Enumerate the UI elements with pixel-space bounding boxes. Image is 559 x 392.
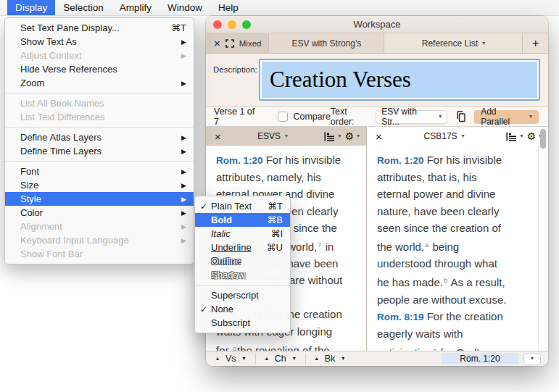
menu-item-set-text-pane-display[interactable]: Set Text Pane Display... ⌘T: [5, 21, 194, 35]
duplicate-pane-button[interactable]: [455, 111, 467, 122]
verse-text: For his invisible: [424, 154, 502, 166]
verse-text: anticipation: [377, 346, 432, 351]
menu-item-size[interactable]: Size ▶: [5, 178, 194, 192]
book-stepper-label: Bk: [325, 354, 336, 364]
menu-item-shortcut: ⌘T: [268, 201, 283, 212]
right-pane-text-selector[interactable]: CSB17S ▾: [382, 131, 507, 141]
tab-label: ESV with Strong’s: [292, 38, 362, 49]
context-list-icon: [506, 132, 517, 141]
menu-item-label: List All Book Names: [20, 98, 186, 109]
description-row: Description: Creation Verses: [206, 54, 548, 107]
text-order-value: ESV with Str...: [381, 107, 433, 127]
right-pane-verse-text[interactable]: Rom. 1:20 For his invisibleattributes, t…: [367, 146, 548, 351]
tab-esv-with-strongs[interactable]: ESV with Strong’s: [268, 33, 384, 53]
verse-text: seen since the creation of: [377, 222, 501, 234]
menu-item-define-time-layers[interactable]: Define Time Layers ▶: [5, 144, 194, 158]
text-order-select[interactable]: ESV with Str... ▾: [376, 110, 447, 124]
close-pane-icon[interactable]: ×: [376, 131, 382, 142]
menu-bar-item-display[interactable]: Display: [7, 0, 55, 15]
add-parallel-button[interactable]: Add Parallel ▾: [474, 110, 539, 124]
step-down-icon[interactable]: ▾: [341, 356, 344, 362]
menu-item-label: Show Font Bar: [20, 249, 186, 259]
reference-dropdown-button[interactable]: ▾: [523, 353, 541, 365]
book-stepper[interactable]: ▴ Bk ▾: [312, 354, 348, 364]
submenu-arrow-icon: ▶: [179, 168, 186, 175]
description-input[interactable]: Creation Verses: [259, 59, 540, 101]
reference-input[interactable]: Rom. 1:20: [442, 353, 518, 364]
menu-item-label: Hide Verse References: [20, 64, 186, 75]
menu-item-color[interactable]: Color ▶: [5, 206, 194, 220]
menu-item-show-text-as[interactable]: Show Text As ▶: [5, 35, 194, 49]
verse-text: people are without excuse.: [377, 293, 506, 306]
footnote-marker: 7: [318, 241, 321, 249]
menu-bar-item-help[interactable]: Help: [210, 0, 247, 15]
close-tab-icon[interactable]: ×: [214, 38, 220, 49]
compare-checkbox[interactable]: [278, 112, 288, 122]
verse-text: for God’s: [437, 346, 484, 351]
left-pane-text-selector[interactable]: ESVS ▾: [221, 131, 325, 141]
tab-reference-list[interactable]: Reference List ▾: [384, 33, 522, 53]
footnote-marker: b: [444, 276, 447, 284]
submenu-item-underline[interactable]: Underline ⌘U: [195, 241, 290, 254]
pane-title: CSB17S: [424, 131, 457, 141]
chapter-stepper[interactable]: ▴ Ch ▾: [262, 354, 299, 364]
expand-tab-icon[interactable]: [225, 39, 234, 48]
chevron-down-icon: ▾: [357, 133, 360, 139]
menu-item-style[interactable]: Style ▶: [5, 192, 194, 206]
close-window-button[interactable]: [213, 20, 222, 29]
right-text-pane: × CSB17S ▾ ▾: [367, 127, 548, 351]
menu-item-zoom[interactable]: Zoom ▶: [5, 76, 194, 90]
scrollbar-track: [538, 146, 539, 351]
submenu-item-bold[interactable]: Bold ⌘B: [195, 213, 290, 227]
step-down-icon[interactable]: ▾: [293, 356, 296, 362]
menu-bar-item-selection[interactable]: Selection: [55, 0, 112, 15]
pane-settings-button[interactable]: ⚙ ▾: [344, 131, 360, 141]
submenu-item-plain-text[interactable]: ✓ Plain Text ⌘T: [195, 199, 290, 213]
menu-item-label: Outline: [211, 256, 283, 267]
minimize-window-button[interactable]: [228, 20, 236, 29]
menu-bar-item-amplify[interactable]: Amplify: [112, 0, 160, 15]
verse-text: understood through what: [377, 257, 497, 270]
verse-stepper[interactable]: ▴ Vs ▾: [213, 354, 249, 364]
pane-title: ESVS: [257, 131, 281, 141]
step-up-icon[interactable]: ▴: [265, 356, 268, 362]
chevron-down-icon: ▾: [531, 356, 534, 362]
reference-value: Rom. 1:20: [460, 354, 500, 364]
submenu-item-none[interactable]: ✓ None: [195, 302, 290, 316]
menu-item-shortcut: ⌘B: [267, 214, 283, 225]
verse-text: the revealing of the: [237, 344, 330, 351]
step-up-icon[interactable]: ▴: [216, 356, 219, 362]
submenu-item-shadow[interactable]: Shadow: [195, 268, 290, 282]
footnote-marker: a: [433, 346, 436, 351]
verse-reference: Rom. 8:19: [377, 312, 424, 322]
submenu-item-outline[interactable]: Outline: [195, 254, 290, 268]
step-down-icon[interactable]: ▾: [243, 356, 246, 362]
menu-bar-item-window[interactable]: Window: [160, 0, 210, 15]
menu-item-font[interactable]: Font ▶: [5, 164, 194, 178]
submenu-item-italic[interactable]: Italic ⌘I: [195, 227, 290, 241]
context-options-button[interactable]: ▾: [324, 132, 341, 141]
menu-item-hide-verse-references[interactable]: Hide Verse References: [5, 62, 194, 76]
window-title-bar[interactable]: Workspace: [206, 16, 548, 33]
verse-text: nature, have been clearly: [377, 205, 499, 217]
menu-item-label: None: [211, 304, 283, 314]
menu-item-label: Adjust Context: [20, 50, 170, 61]
context-options-button[interactable]: ▾: [506, 132, 523, 141]
step-up-icon[interactable]: ▴: [315, 356, 318, 362]
menu-item-define-atlas-layers[interactable]: Define Atlas Layers ▶: [5, 130, 194, 144]
scrollbar-thumb[interactable]: [540, 129, 546, 149]
pane-settings-button[interactable]: ⚙ ▾: [526, 131, 542, 141]
verse-text: attributes, namely, his: [216, 171, 321, 183]
submenu-item-subscript[interactable]: Subscript: [195, 316, 290, 330]
submenu-item-superscript[interactable]: Superscript: [195, 288, 290, 302]
menu-item-shortcut: ⌘U: [267, 242, 283, 253]
verse-line: Rom. 1:20 For his invisible: [377, 151, 545, 169]
right-pane-header: × CSB17S ▾ ▾: [367, 127, 548, 146]
close-pane-icon[interactable]: ×: [215, 131, 221, 142]
menu-item-label: Define Atlas Layers: [20, 132, 170, 143]
zoom-window-button[interactable]: [242, 20, 251, 29]
add-tab-button[interactable]: +: [522, 33, 548, 53]
verse-text: the world,: [377, 241, 424, 253]
text-order-label: Text order:: [331, 107, 370, 127]
submenu-arrow-icon: ▶: [179, 196, 186, 203]
